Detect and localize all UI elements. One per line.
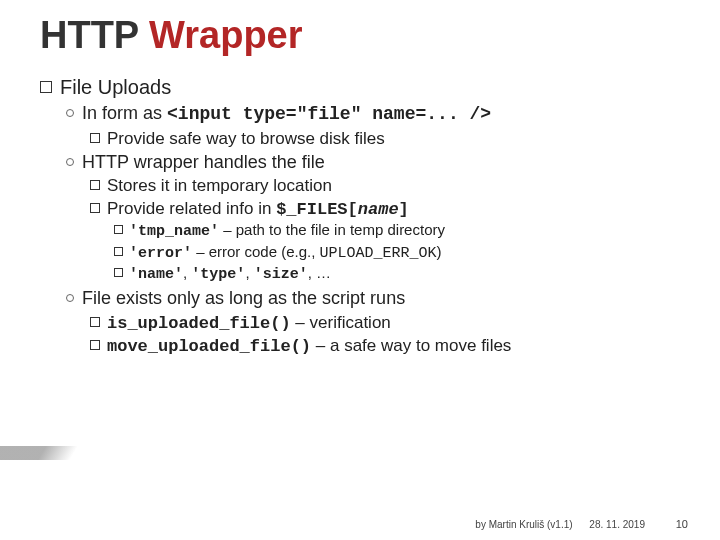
code-error: 'error' xyxy=(129,245,192,262)
text: In form as <input type="file" name=... /… xyxy=(82,103,491,123)
text: 'name', 'type', 'size', … xyxy=(129,264,331,281)
ellipsis: , … xyxy=(308,264,331,281)
desc: – path to the file in temp directory xyxy=(219,221,445,238)
code-is-uploaded: is_uploaded_file() xyxy=(107,314,291,333)
desc-end: ) xyxy=(437,243,442,260)
slide: HTTP Wrapper File Uploads In form as <in… xyxy=(0,0,720,540)
decorative-stripe xyxy=(0,446,78,460)
text: Provide safe way to browse disk files xyxy=(107,129,385,148)
code-name: 'name' xyxy=(129,266,183,283)
code-move-uploaded: move_uploaded_file() xyxy=(107,337,311,356)
text: File exists only as long as the script r… xyxy=(82,288,405,308)
text: Stores it in temporary location xyxy=(107,176,332,195)
ring-bullet-icon xyxy=(66,158,74,166)
text: File Uploads xyxy=(60,76,171,98)
desc: – a safe way to move files xyxy=(311,336,511,355)
ring-bullet-icon xyxy=(66,109,74,117)
code-tmp-name: 'tmp_name' xyxy=(129,223,219,240)
bullet-file-uploads: File Uploads xyxy=(40,75,680,100)
square-bullet-icon xyxy=(40,81,52,93)
bullet-safe-browse: Provide safe way to browse disk files xyxy=(90,128,680,149)
square-bullet-icon xyxy=(90,317,100,327)
bullet-error: 'error' – error code (e.g., UPLOAD_ERR_O… xyxy=(114,243,680,264)
footer: by Martin Kruliš (v1.1) 28. 11. 2019 10 xyxy=(475,518,688,530)
text: 'error' – error code (e.g., UPLOAD_ERR_O… xyxy=(129,243,442,260)
slide-title: HTTP Wrapper xyxy=(40,14,680,57)
bullet-is-uploaded: is_uploaded_file() – verification xyxy=(90,312,680,334)
square-bullet-icon xyxy=(90,133,100,143)
code-files-open: $_FILES[ xyxy=(276,200,358,219)
desc: – verification xyxy=(291,313,391,332)
text: is_uploaded_file() – verification xyxy=(107,313,391,332)
text: move_uploaded_file() – a safe way to mov… xyxy=(107,336,511,355)
bullet-file-exists: File exists only as long as the script r… xyxy=(66,287,680,310)
text: Provide related info in $_FILES[name] xyxy=(107,199,409,218)
code-upload-err-ok: UPLOAD_ERR_OK xyxy=(320,245,437,262)
page-number: 10 xyxy=(676,518,688,530)
prefix: In form as xyxy=(82,103,167,123)
bullet-tmp-name: 'tmp_name' – path to the file in temp di… xyxy=(114,221,680,242)
bullet-in-form: In form as <input type="file" name=... /… xyxy=(66,102,680,126)
bullet-files-array: Provide related info in $_FILES[name] xyxy=(90,198,680,220)
word-file: File xyxy=(60,76,92,98)
footer-author: by Martin Kruliš (v1.1) xyxy=(475,519,572,530)
sep: , xyxy=(245,264,253,281)
word-uploads: Uploads xyxy=(92,76,171,98)
text: 'tmp_name' – path to the file in temp di… xyxy=(129,221,445,238)
bullet-move-uploaded: move_uploaded_file() – a safe way to mov… xyxy=(90,335,680,357)
square-bullet-icon xyxy=(114,247,123,256)
code-input-tag: <input type="file" name=... /> xyxy=(167,104,491,124)
code-name-var: name xyxy=(358,200,399,219)
square-bullet-icon xyxy=(114,225,123,234)
code-size: 'size' xyxy=(254,266,308,283)
square-bullet-icon xyxy=(90,180,100,190)
square-bullet-icon xyxy=(90,340,100,350)
title-part2: Wrapper xyxy=(149,14,302,56)
title-part1: HTTP xyxy=(40,14,149,56)
desc-mid: – error code (e.g., xyxy=(192,243,320,260)
square-bullet-icon xyxy=(114,268,123,277)
text: HTTP wrapper handles the file xyxy=(82,152,325,172)
square-bullet-icon xyxy=(90,203,100,213)
bullet-wrapper-handles: HTTP wrapper handles the file xyxy=(66,151,680,174)
bullet-temp-location: Stores it in temporary location xyxy=(90,175,680,196)
prefix: Provide related info in xyxy=(107,199,276,218)
code-type: 'type' xyxy=(191,266,245,283)
ring-bullet-icon xyxy=(66,294,74,302)
code-files-close: ] xyxy=(399,200,409,219)
bullet-name-type-size: 'name', 'type', 'size', … xyxy=(114,264,680,285)
slide-body: File Uploads In form as <input type="fil… xyxy=(40,75,680,357)
footer-date: 28. 11. 2019 xyxy=(589,519,645,530)
